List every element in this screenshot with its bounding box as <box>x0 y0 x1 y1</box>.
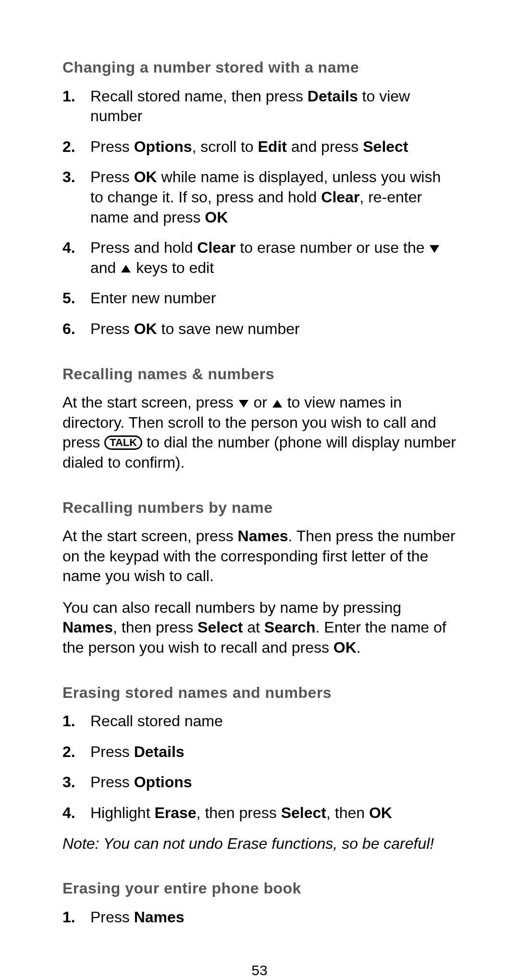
list-erasing-entire: Press Names <box>62 907 457 928</box>
page-number: 53 <box>62 961 457 980</box>
list-item: Press Names <box>62 907 457 928</box>
heading-recalling-names-numbers: Recalling names & numbers <box>62 364 457 385</box>
list-item: Press Options, scroll to Edit and press … <box>62 137 457 157</box>
text: Press and hold <box>90 239 197 256</box>
key-ok: OK <box>134 320 157 337</box>
text: Recall stored name <box>90 712 223 730</box>
key-select: Select <box>363 138 408 155</box>
heading-erasing-stored: Erasing stored names and numbers <box>62 683 457 703</box>
text: . <box>357 639 361 656</box>
text: You can also recall numbers by name by p… <box>62 599 401 616</box>
key-names: Names <box>62 619 113 636</box>
list-item: Press OK while name is displayed, unless… <box>62 167 457 227</box>
key-ok: OK <box>134 168 157 186</box>
key-select: Select <box>281 804 326 821</box>
list-item: Highlight Erase, then press Select, then… <box>62 803 457 823</box>
key-ok: OK <box>205 209 228 226</box>
talk-key-icon: TALK <box>104 435 142 450</box>
text: keys to edit <box>132 259 214 276</box>
text: , then press <box>197 804 281 821</box>
text: and press <box>287 138 363 155</box>
list-item: Enter new number <box>62 288 457 309</box>
text: to erase number or use the <box>235 239 429 256</box>
text: at <box>243 619 264 636</box>
list-changing-number: Recall stored name, then press Details t… <box>62 87 457 339</box>
note-text: Note: You can not undo Erase functions, … <box>62 834 457 854</box>
list-erasing-stored: Recall stored name Press Details Press O… <box>62 711 457 823</box>
list-item: Press OK to save new number <box>62 319 457 339</box>
up-arrow-icon <box>272 400 282 408</box>
key-names: Names <box>238 527 288 545</box>
list-item: Recall stored name <box>62 711 457 732</box>
key-details: Details <box>308 87 358 105</box>
key-details: Details <box>134 743 185 760</box>
text: , then press <box>113 619 198 636</box>
text: Press <box>90 773 134 791</box>
text: Press <box>90 138 134 155</box>
text: , scroll to <box>192 138 258 155</box>
key-clear: Clear <box>321 188 359 206</box>
text: , then <box>326 804 369 821</box>
heading-recalling-numbers-by-name: Recalling numbers by name <box>62 498 457 518</box>
paragraph: You can also recall numbers by name by p… <box>62 598 457 658</box>
key-ok: OK <box>334 639 357 656</box>
list-item: Press Options <box>62 772 457 793</box>
down-arrow-icon <box>430 245 439 253</box>
text: At the start screen, press <box>62 527 238 545</box>
text: Press <box>90 320 134 337</box>
text: Enter new number <box>90 289 216 307</box>
text: Highlight <box>90 804 154 821</box>
text: At the start screen, press <box>62 394 238 411</box>
key-search: Search <box>264 619 316 636</box>
heading-changing-number: Changing a number stored with a name <box>62 58 457 78</box>
text: or <box>249 394 272 411</box>
list-item: Press Details <box>62 742 457 762</box>
text: Press <box>90 168 134 186</box>
text: and <box>90 259 120 276</box>
text: to save new number <box>157 320 300 337</box>
text: Press <box>90 908 134 926</box>
key-select: Select <box>198 619 243 636</box>
paragraph: At the start screen, press or to view na… <box>62 393 457 472</box>
key-options: Options <box>134 138 192 155</box>
key-names: Names <box>134 908 185 926</box>
down-arrow-icon <box>239 400 248 408</box>
key-erase: Erase <box>154 804 196 821</box>
up-arrow-icon <box>121 265 131 273</box>
heading-erasing-entire: Erasing your entire phone book <box>62 879 457 899</box>
key-ok: OK <box>369 804 392 821</box>
text: Recall stored name, then press <box>90 87 308 105</box>
text: Press <box>90 743 134 760</box>
key-options: Options <box>134 773 192 791</box>
list-item: Recall stored name, then press Details t… <box>62 87 457 126</box>
key-edit: Edit <box>258 138 286 155</box>
paragraph: At the start screen, press Names. Then p… <box>62 526 457 586</box>
key-clear: Clear <box>197 239 235 256</box>
list-item: Press and hold Clear to erase number or … <box>62 238 457 278</box>
